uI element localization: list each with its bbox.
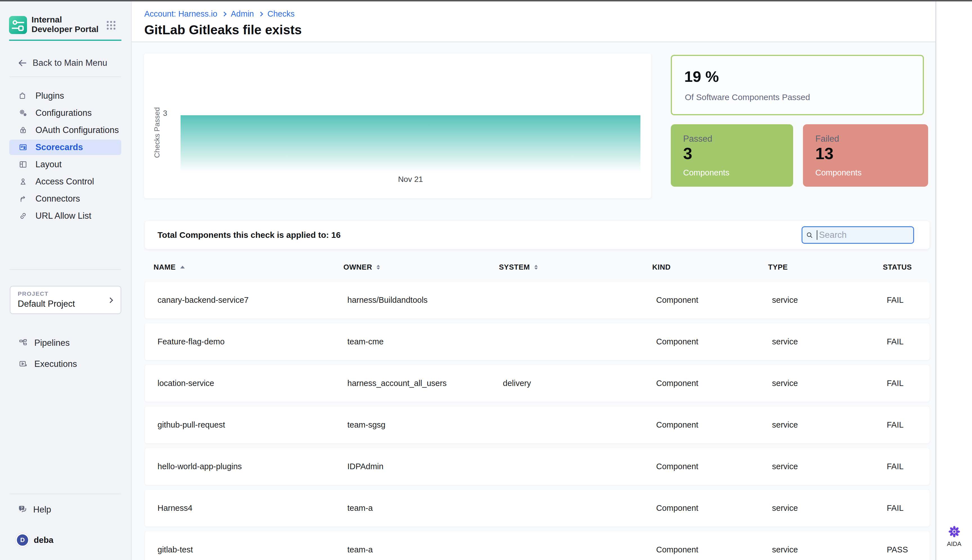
- sort-ascending-icon: [180, 266, 185, 268]
- back-to-main-menu-button[interactable]: Back to Main Menu: [17, 55, 107, 70]
- sidebar-item-executions[interactable]: Executions: [9, 357, 121, 372]
- chevron-right-icon: [258, 12, 263, 16]
- cell-status: FAIL: [887, 462, 930, 471]
- user-menu[interactable]: D deba: [16, 532, 53, 548]
- app-logo-icon[interactable]: [9, 16, 27, 34]
- aida-flower-icon: [947, 525, 961, 538]
- sidebar-item-scorecards[interactable]: Scorecards: [9, 140, 121, 155]
- cell-status: FAIL: [887, 337, 930, 346]
- breadcrumb-item[interactable]: Checks: [267, 9, 295, 18]
- sidebar-item-oauth-configurations[interactable]: OAuth Configurations: [9, 123, 121, 138]
- failed-value: 13: [815, 144, 833, 163]
- aida-assistant-button[interactable]: AIDA: [936, 525, 972, 548]
- table-row[interactable]: gitlab-testteam-aComponentservicePASS: [145, 531, 930, 560]
- person-icon: [18, 177, 28, 186]
- sidebar-item-connectors[interactable]: Connectors: [9, 191, 121, 206]
- table-row[interactable]: canary-backend-service7harness/Buildandt…: [145, 282, 930, 318]
- column-header-system[interactable]: SYSTEM: [499, 263, 652, 272]
- cell-name: location-service: [157, 379, 347, 388]
- table-row[interactable]: Feature-flag-demoteam-cmeComponentservic…: [145, 323, 930, 360]
- cell-status: PASS: [887, 545, 930, 554]
- cell-owner: harness/Buildandtools: [347, 295, 503, 305]
- scorecard-icon: [18, 143, 28, 152]
- back-to-main-menu-label: Back to Main Menu: [33, 58, 107, 68]
- sidebar-item-access-control[interactable]: Access Control: [9, 174, 121, 189]
- puzzle-icon: [18, 92, 28, 100]
- breadcrumb-item[interactable]: Account: Harness.io: [144, 9, 217, 18]
- page-header: Account: Harness.ioAdminChecks GitLab Gi…: [132, 2, 935, 42]
- sidebar-item-layout[interactable]: Layout: [9, 157, 121, 172]
- cell-type: service: [772, 545, 887, 554]
- chart-area-series: [180, 115, 640, 172]
- sort-down-arrow: [534, 268, 538, 270]
- search-icon: [806, 232, 813, 239]
- cell-owner: harness_account_all_users: [347, 379, 503, 388]
- cell-name: github-pull-request: [157, 420, 347, 430]
- cell-kind: Component: [656, 379, 772, 388]
- sidebar-item-url-allow-list[interactable]: URL Allow List: [9, 208, 121, 223]
- sidebar-item-label: Plugins: [35, 91, 64, 101]
- app-title: Internal Developer Portal: [32, 15, 99, 34]
- sidebar-item-label: Connectors: [35, 194, 80, 204]
- lock-icon: [18, 126, 28, 135]
- sort-up-arrow: [377, 265, 380, 267]
- column-header-label: SYSTEM: [499, 263, 530, 272]
- search-box[interactable]: [802, 226, 914, 244]
- pipeline-icon: [18, 338, 28, 347]
- search-input[interactable]: [817, 230, 913, 240]
- column-header-status[interactable]: STATUS: [883, 263, 930, 272]
- sidebar-item-label: Access Control: [35, 177, 94, 187]
- app-switcher-grid-icon[interactable]: [106, 20, 116, 30]
- sidebar-item-pipelines[interactable]: Pipelines: [9, 335, 121, 350]
- sidebar-divider: [9, 494, 121, 494]
- percent-passed-card: 19 % Of Software Components Passed: [671, 55, 924, 115]
- table-summary-bar: Total Components this check is applied t…: [145, 221, 930, 249]
- cell-kind: Component: [656, 295, 772, 305]
- sidebar-item-label: Executions: [34, 359, 77, 369]
- breadcrumb-item[interactable]: Admin: [231, 9, 254, 18]
- column-header-type[interactable]: TYPE: [768, 263, 883, 272]
- table-row[interactable]: Harness4team-aComponentserviceFAIL: [145, 490, 930, 527]
- aida-label: AIDA: [947, 540, 961, 548]
- column-header-kind[interactable]: KIND: [652, 263, 768, 272]
- play-icon: [18, 360, 28, 368]
- cell-status: FAIL: [887, 503, 930, 513]
- cell-name: canary-backend-service7: [157, 295, 347, 305]
- help-button[interactable]: ? Help: [17, 502, 51, 517]
- layout-icon: [18, 160, 28, 169]
- sidebar-item-label: Configurations: [35, 108, 92, 118]
- cell-name: hello-world-app-plugins: [157, 462, 347, 471]
- table-row[interactable]: github-pull-requestteam-sgsgComponentser…: [145, 407, 930, 443]
- cell-status: FAIL: [887, 420, 930, 430]
- project-selector[interactable]: PROJECT Default Project: [10, 286, 121, 314]
- breadcrumb: Account: Harness.ioAdminChecks: [144, 9, 294, 18]
- cell-type: service: [772, 462, 887, 471]
- cell-kind: Component: [656, 503, 772, 513]
- passed-value: 3: [683, 144, 692, 163]
- brand-underline: [9, 40, 122, 41]
- cell-name: Harness4: [157, 503, 347, 513]
- sidebar-item-plugins[interactable]: Plugins: [9, 88, 121, 103]
- column-header-name[interactable]: NAME: [154, 263, 343, 272]
- sidebar-item-label: Pipelines: [34, 338, 70, 348]
- help-label: Help: [33, 505, 51, 515]
- cell-owner: team-a: [347, 545, 503, 554]
- cell-type: service: [772, 379, 887, 388]
- chart-x-tick: Nov 21: [180, 175, 640, 184]
- cell-owner: team-cme: [347, 337, 503, 346]
- cell-kind: Component: [656, 420, 772, 430]
- sidebar-divider: [9, 77, 121, 77]
- sidebar-item-configurations[interactable]: Configurations: [9, 105, 121, 121]
- cell-name: gitlab-test: [157, 545, 347, 554]
- checks-passed-chart: Checks Passed 3 Nov 21: [144, 53, 651, 198]
- table-row[interactable]: location-serviceharness_account_all_user…: [145, 365, 930, 402]
- chart-y-axis-label: Checks Passed: [153, 90, 162, 175]
- sidebar-item-label: Scorecards: [35, 142, 83, 152]
- sort-up-arrow: [534, 265, 538, 267]
- cell-status: FAIL: [887, 379, 930, 388]
- column-header-owner[interactable]: OWNER: [343, 263, 499, 272]
- table-row[interactable]: hello-world-app-pluginsIDPAdminComponent…: [145, 448, 930, 485]
- svg-text:?: ?: [20, 506, 23, 510]
- cell-owner: team-a: [347, 503, 503, 513]
- column-header-label: TYPE: [768, 263, 788, 272]
